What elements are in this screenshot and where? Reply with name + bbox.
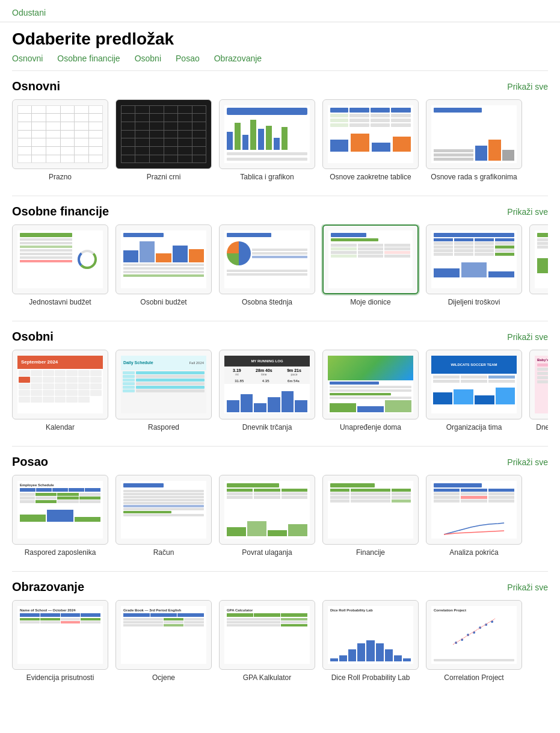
section-title-osobne-financije: Osobne financije: [12, 205, 109, 218]
template-label-osobna-stednja: Osobna štednja: [242, 298, 292, 306]
template-thumb-osobna-stednja: [219, 224, 315, 294]
template-label-raspored: Raspored: [148, 423, 179, 431]
nav-osobni[interactable]: Osobni: [135, 54, 161, 63]
template-osobna-stednja[interactable]: Osobna štednja: [219, 224, 315, 306]
template-thumb-prazno: [12, 99, 108, 169]
section-osobni: Osobni Prikaži sve September 2024: [0, 321, 560, 446]
template-thumb-racun: [115, 475, 212, 545]
template-thumb-dnevnik-trcanja: MY RUNNING LOG 3.19 mi 28m 40s time 9m 2…: [219, 350, 315, 419]
template-thumb-osobni-budžet: [115, 224, 212, 294]
template-raspored-zaposlenika[interactable]: Employee Schedule: [12, 475, 108, 557]
template-prazni-crni[interactable]: Prazni crni: [115, 99, 212, 181]
template-label-kocke-vjerojatnoca: Dice Roll Probability Lab: [331, 673, 410, 682]
template-label-dnevnik-trcanja: Dnevnik trčanja: [242, 423, 292, 431]
template-moje-dionice[interactable]: Moje dionice: [322, 224, 419, 306]
template-dnevnik-trcanja[interactable]: MY RUNNING LOG 3.19 mi 28m 40s time 9m 2…: [219, 350, 315, 431]
nav-obrazovanje[interactable]: Obrazovanje: [214, 54, 262, 63]
template-label-raspored-zaposlenika: Raspored zaposlenika: [25, 548, 96, 557]
template-evidencija-prisutnosti[interactable]: Name of School — October 2024: [12, 600, 108, 682]
svg-point-3: [82, 255, 92, 264]
template-thumb-gpa-kalkulator: GPA Calculator: [219, 600, 315, 670]
template-grafikoni[interactable]: Osnove rada s grafikonima: [426, 99, 522, 181]
template-gpa-kalkulator[interactable]: GPA Calculator: [219, 600, 315, 682]
template-thumb-tablica-grafikon: [219, 99, 315, 169]
template-analiza-pokrica[interactable]: Analiza pokrića: [426, 475, 522, 557]
template-thumb-financije: [322, 475, 419, 545]
section-title-osobni: Osobni: [12, 330, 54, 344]
template-label-jednostavni-budžet: Jednostavni budžet: [29, 298, 91, 306]
template-thumb-korelacija: Correlation Project: [426, 600, 522, 670]
template-ocjene[interactable]: Grade Book — 3rd Period English: [115, 600, 212, 682]
template-label-ocjene: Ocjene: [152, 673, 175, 682]
template-pivot[interactable]: Osnove zaokretne tablice: [322, 99, 419, 181]
template-label-grafikoni: Osnove rada s grafikonima: [431, 173, 517, 181]
nav-osnovni[interactable]: Osnovni: [12, 54, 43, 63]
template-povrat-ulaganja[interactable]: Povrat ulaganja: [219, 475, 315, 557]
nav-osobne-financije[interactable]: Osobne financije: [57, 54, 120, 63]
template-prazno[interactable]: Prazno: [12, 99, 108, 181]
cancel-button[interactable]: Odustani: [12, 8, 46, 17]
template-thumb-prazni-crni: [115, 99, 212, 169]
template-label-evidencija-prisutnosti: Evidencija prisutnosti: [26, 673, 94, 682]
section-osobne-financije: Osobne financije Prikaži sve: [0, 196, 560, 321]
template-thumb-dnevnik-djeteta: Baby's First Year: [529, 350, 548, 419]
template-label-dijeljeni-troskovi: Dijeljeni troškovi: [448, 298, 500, 306]
template-label-dnevnik-djeteta: Dnevnik djetetova razvoja: [536, 423, 548, 431]
template-organizacija-tima[interactable]: WILDCATS SOCCER TEAM: [426, 350, 522, 431]
template-label-povrat-ulaganja: Povrat ulaganja: [242, 548, 292, 557]
template-label-osobni-budžet: Osobni budžet: [140, 298, 186, 306]
template-thumb-jednostavni-budžet: [12, 224, 108, 294]
template-thumb-analiza-pokrica: [426, 475, 522, 545]
template-kalendar[interactable]: September 2024 Kalendar: [12, 350, 108, 431]
template-unapredenje-doma[interactable]: Unapređenje doma: [322, 350, 419, 431]
template-label-korelacija: Correlation Project: [444, 673, 503, 682]
template-thumb-unapredenje-doma: [322, 350, 419, 419]
template-jednostavni-budžet[interactable]: Jednostavni budžet: [12, 224, 108, 306]
template-label-racun: Račun: [153, 548, 174, 557]
template-thumb-grafikoni: [426, 99, 522, 169]
template-thumb-neto-vrijednost: [529, 224, 548, 294]
page-title: Odaberite predložak: [0, 22, 560, 54]
show-all-osnovni[interactable]: Prikaži sve: [507, 82, 548, 91]
section-title-osnovni: Osnovni: [12, 79, 60, 93]
template-thumb-raspored-zaposlenika: Employee Schedule: [12, 475, 108, 545]
template-label-prazno: Prazno: [49, 173, 72, 181]
show-all-osobne-financije[interactable]: Prikaži sve: [507, 207, 548, 217]
template-financije[interactable]: Financije: [322, 475, 419, 557]
template-label-organizacija-tima: Organizacija tima: [446, 423, 502, 431]
template-thumb-raspored: Daily Schedule Fall 2024: [115, 350, 212, 419]
template-kocke-vjerojatnoca[interactable]: Dice Roll Probability Lab Dice Roll Pro: [322, 600, 419, 682]
template-osobni-budžet[interactable]: Osobni budžet: [115, 224, 212, 306]
template-korelacija[interactable]: Correlation Project: [426, 600, 522, 682]
template-dnevnik-djeteta[interactable]: Baby's First Year: [529, 350, 548, 431]
svg-point-7: [473, 631, 475, 634]
show-all-osobni[interactable]: Prikaži sve: [507, 332, 548, 342]
template-label-pivot: Osnove zaokretne tablice: [330, 173, 411, 181]
template-label-moje-dionice: Moje dionice: [350, 298, 390, 306]
template-neto-vrijednost[interactable]: Neto vrijedn…: [529, 224, 548, 306]
nav-posao[interactable]: Posao: [176, 54, 200, 63]
section-title-obrazovanje: Obrazovanje: [12, 580, 84, 594]
template-thumb-ocjene: Grade Book — 3rd Period English: [115, 600, 212, 670]
template-thumb-kocke-vjerojatnoca: Dice Roll Probability Lab: [322, 600, 419, 670]
category-nav: Osnovni Osobne financije Osobni Posao Ob…: [0, 54, 560, 70]
template-label-tablica-grafikon: Tablica i grafikon: [240, 173, 294, 181]
template-label-analiza-pokrica: Analiza pokrića: [449, 548, 498, 557]
top-bar: Odustani: [0, 0, 560, 22]
template-thumb-kalendar: September 2024: [12, 350, 108, 419]
template-thumb-dijeljeni-troskovi: [426, 224, 522, 294]
template-label-unapredenje-doma: Unapređenje doma: [340, 423, 401, 431]
section-title-posao: Posao: [12, 455, 48, 469]
template-thumb-organizacija-tima: WILDCATS SOCCER TEAM: [426, 350, 522, 419]
show-all-obrazovanje[interactable]: Prikaži sve: [507, 583, 548, 592]
template-racun[interactable]: Račun: [115, 475, 212, 557]
template-raspored[interactable]: Daily Schedule Fall 2024: [115, 350, 212, 431]
template-tablica-grafikon[interactable]: Tablica i grafikon: [219, 99, 315, 181]
section-osnovni: Osnovni Prikaži sve Prazno: [0, 71, 560, 196]
template-thumb-pivot: [322, 99, 419, 169]
template-thumb-evidencija-prisutnosti: Name of School — October 2024: [12, 600, 108, 670]
section-posao: Posao Prikaži sve Employee Schedule: [0, 447, 560, 571]
template-dijeljeni-troskovi[interactable]: Dijeljeni troškovi: [426, 224, 522, 306]
show-all-posao[interactable]: Prikaži sve: [507, 457, 548, 467]
template-thumb-moje-dionice: [322, 224, 419, 294]
